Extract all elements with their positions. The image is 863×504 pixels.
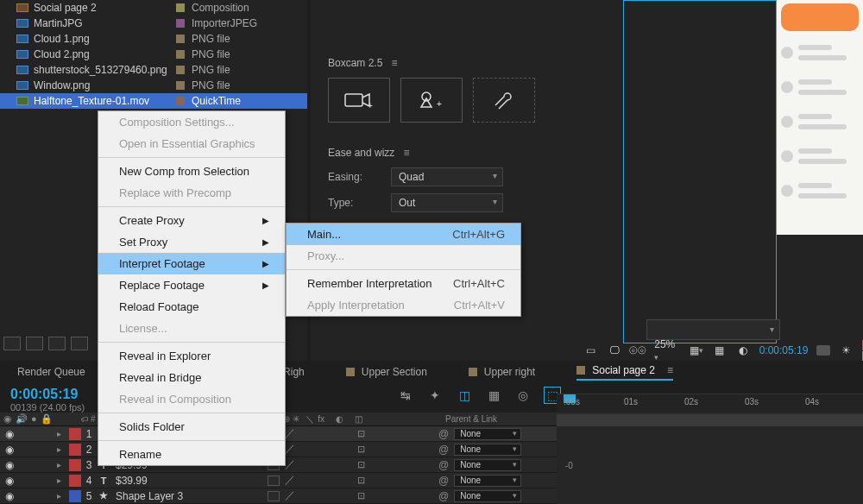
- timeline-ruler[interactable]: :00s01s02s03s04s: [557, 394, 863, 414]
- parent-dropdown[interactable]: None: [454, 428, 521, 440]
- visibility-toggle[interactable]: ◉: [0, 459, 19, 471]
- timecode-main[interactable]: 0:00:05:19: [10, 387, 85, 402]
- expand-arrow-icon[interactable]: ▸: [57, 460, 69, 469]
- project-item[interactable]: Cloud 2.png PNG file: [0, 47, 307, 62]
- context-menu-item[interactable]: Rename: [98, 444, 285, 465]
- layer-name[interactable]: $39.99: [110, 475, 264, 487]
- layer-color-swatch[interactable]: [69, 490, 81, 502]
- visibility-toggle[interactable]: ◉: [0, 490, 19, 502]
- switch-chain[interactable]: ⊡: [357, 428, 373, 439]
- parent-dropdown[interactable]: None: [454, 490, 521, 502]
- mask-icon[interactable]: ◐: [736, 344, 751, 356]
- context-submenu-item[interactable]: Main...Ctrl+Alt+G: [287, 224, 520, 245]
- context-menu-item[interactable]: Reload Footage: [98, 296, 285, 318]
- snapshot-icon[interactable]: [816, 345, 829, 356]
- expand-arrow-icon[interactable]: ▸: [57, 429, 69, 438]
- layer-color-swatch[interactable]: [69, 459, 81, 471]
- boxcam-title: Boxcam 2.5 ≡: [328, 57, 846, 69]
- visibility-toggle[interactable]: ◉: [0, 444, 19, 456]
- tab-label: Upper Section: [362, 366, 427, 378]
- project-item[interactable]: shutterstock_513279460.png PNG file: [0, 62, 307, 78]
- layer-name[interactable]: Shape Layer 3: [110, 490, 264, 502]
- visibility-toggle[interactable]: ◉: [0, 428, 19, 440]
- tab-menu-icon[interactable]: ≡: [667, 364, 673, 376]
- switch-box[interactable]: [268, 476, 280, 486]
- switch-box[interactable]: [268, 491, 280, 501]
- camera-tool-button[interactable]: +: [328, 78, 390, 123]
- expand-arrow-icon[interactable]: ▸: [57, 444, 69, 454]
- context-menu-item[interactable]: Create Proxy▶: [98, 210, 285, 231]
- context-submenu-item[interactable]: Remember InterpretationCtrl+Alt+C: [287, 273, 520, 294]
- parent-dropdown[interactable]: None: [454, 475, 521, 487]
- timeline-tab[interactable]: Render Queue: [17, 366, 85, 378]
- easing-select[interactable]: Quad: [391, 167, 503, 186]
- context-menu-item[interactable]: Reveal in Explorer: [98, 345, 285, 367]
- device-content-skeleton: [781, 40, 859, 204]
- context-menu-item[interactable]: Solids Folder: [98, 416, 285, 438]
- switch-slash[interactable]: ／: [285, 426, 295, 441]
- switch-chain[interactable]: ⊡: [357, 475, 373, 486]
- switch-chain[interactable]: ⊡: [357, 444, 373, 455]
- context-menu-item[interactable]: Reveal in Bridge: [98, 367, 285, 388]
- layer-color-swatch[interactable]: [69, 444, 81, 456]
- display-icon[interactable]: ▭: [583, 344, 598, 356]
- pickwhip-icon[interactable]: @: [438, 475, 449, 487]
- context-menu-item[interactable]: New Comp from Selection: [98, 161, 285, 182]
- vr-icon[interactable]: ⦾⦾: [630, 344, 646, 356]
- empty-dropdown[interactable]: [646, 319, 780, 340]
- switch-slash[interactable]: ／: [285, 442, 295, 457]
- mode-icon: ◫: [355, 414, 362, 424]
- resolution-dropdown[interactable]: ▦: [689, 344, 703, 356]
- pickwhip-icon[interactable]: @: [438, 444, 449, 456]
- switch-slash[interactable]: ／: [285, 457, 295, 472]
- timeline-tab[interactable]: Social page 2≡: [576, 364, 673, 381]
- project-item[interactable]: Halftone_Texture-01.mov QuickTime: [0, 93, 307, 109]
- project-item[interactable]: MartinJPG ImporterJPEG: [0, 16, 307, 31]
- timeline-tab[interactable]: Upper right: [469, 366, 535, 378]
- pickwhip-icon[interactable]: @: [438, 490, 449, 502]
- switch-slash[interactable]: ／: [285, 488, 295, 503]
- exposure-icon[interactable]: ☀: [839, 344, 854, 356]
- tl-icon-1[interactable]: ↹: [397, 387, 414, 404]
- switch-chain[interactable]: ⊡: [357, 490, 373, 501]
- project-item[interactable]: Social page 2 Composition: [0, 0, 307, 16]
- panel-menu-icon[interactable]: ≡: [403, 147, 409, 159]
- switch-chain[interactable]: ⊡: [357, 459, 373, 470]
- parent-dropdown[interactable]: None: [454, 444, 521, 456]
- settings-tool-button[interactable]: [473, 78, 535, 123]
- pickwhip-icon[interactable]: @: [438, 459, 449, 471]
- viewer-timecode[interactable]: 0:00:05:19: [759, 344, 809, 356]
- transparency-grid-icon[interactable]: ▦: [712, 344, 727, 356]
- tl-icon-graph[interactable]: ◎: [514, 387, 532, 404]
- layer-color-swatch[interactable]: [69, 475, 81, 487]
- work-area-bar[interactable]: [557, 414, 863, 426]
- switch-slash[interactable]: ／: [285, 473, 295, 488]
- monitor-icon[interactable]: 🖵: [607, 344, 621, 356]
- type-select[interactable]: Out: [391, 193, 503, 212]
- footer-icon-2[interactable]: [26, 337, 43, 350]
- context-menu-item[interactable]: Set Proxy▶: [98, 231, 285, 253]
- pickwhip-icon[interactable]: @: [438, 428, 449, 440]
- context-menu-item[interactable]: Replace Footage▶: [98, 274, 285, 296]
- parent-dropdown[interactable]: None: [454, 459, 521, 471]
- tl-icon-2[interactable]: ✦: [426, 387, 444, 404]
- footer-icon-4[interactable]: [71, 337, 88, 350]
- timeline-tab[interactable]: Upper Section: [346, 366, 427, 378]
- shape-tool-button[interactable]: +: [400, 78, 463, 123]
- footer-icon-3[interactable]: [48, 337, 66, 350]
- zoom-level[interactable]: 25%: [654, 338, 680, 362]
- footer-icon-1[interactable]: [3, 337, 21, 350]
- tl-icon-3d[interactable]: ◫: [456, 387, 473, 404]
- solo-header-icon: ●: [31, 413, 37, 425]
- panel-menu-icon[interactable]: ≡: [391, 57, 397, 69]
- project-item[interactable]: Window.png PNG file: [0, 78, 307, 93]
- layer-color-swatch[interactable]: [69, 428, 81, 440]
- project-item[interactable]: Cloud 1.png PNG file: [0, 31, 307, 47]
- context-menu-item[interactable]: Interpret Footage▶: [98, 253, 285, 274]
- visibility-toggle[interactable]: ◉: [0, 475, 19, 487]
- tl-icon-4[interactable]: ▦: [485, 387, 502, 404]
- type-swatch: [176, 3, 185, 12]
- expand-arrow-icon[interactable]: ▸: [57, 491, 69, 501]
- timeline-grid[interactable]: -0: [557, 426, 863, 504]
- expand-arrow-icon[interactable]: ▸: [57, 476, 69, 485]
